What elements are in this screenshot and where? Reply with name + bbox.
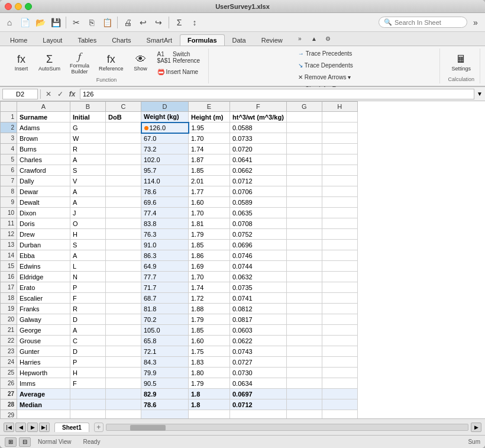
tab-home[interactable]: Home [2,34,35,46]
expand-icon[interactable]: ▼ [477,91,483,97]
open-btn[interactable]: 📂 [33,15,47,30]
sort-btn[interactable]: ↕ [187,15,202,30]
sheet-nav-prev[interactable]: ◀ [15,423,26,432]
col-header-a[interactable]: A [17,102,70,112]
cell-b1[interactable]: Initial [70,112,106,123]
empty-row-29: 29 [1,410,358,419]
horizontal-scrollbar[interactable] [106,424,468,431]
scroll-right-btn[interactable]: ▶ [471,423,481,432]
maximize-button[interactable] [25,3,32,10]
formula-bar-separator [40,89,41,99]
toolbar-more-btn[interactable]: » [468,15,483,30]
paste-btn[interactable]: 📋 [100,15,114,30]
table-row: 18EscalierF68.71.720.0741 [1,293,358,304]
redo-btn[interactable]: ↪ [151,15,166,30]
reference-btn[interactable]: fx Reference [95,51,128,74]
normal-view-btn[interactable]: ⊞ [5,437,17,447]
col-header-f[interactable]: F [230,102,287,112]
ribbon-settings-btn[interactable]: ⚙ [321,31,335,46]
insert-btn[interactable]: fx Insert [9,51,33,74]
trace-dependents-btn[interactable]: ↘ Trace Dependents [295,60,357,70]
sheet-nav-next[interactable]: ▶ [27,423,38,432]
print-btn[interactable]: 🖨 [121,15,135,30]
save-btn[interactable]: 💾 [48,15,63,30]
cell-reference-input[interactable] [2,89,38,99]
switch-reference-btn[interactable]: A1$A$1 SwitchReference [154,49,204,66]
minimize-button[interactable] [15,3,22,10]
table-row: 21GeorgeA105.01.850.0603 [1,325,358,336]
tab-data[interactable]: Data [225,34,254,46]
new-btn[interactable]: 📄 [18,15,32,30]
add-sheet-button[interactable]: + [94,423,104,432]
sheet-tab-sheet1[interactable]: Sheet1 [54,423,89,432]
insert-name-btn[interactable]: 📛 Insert Name [154,67,204,77]
ribbon-group-audit: → Trace Precedents ↘ Trace Dependents ✕ … [211,49,440,83]
autosum-btn[interactable]: Σ AutoSum [34,51,64,74]
col-header-c[interactable]: C [106,102,141,112]
cell-f1[interactable]: ht^3/wt (m^3/kg) [230,112,287,123]
cell-c2[interactable] [106,123,141,133]
cell-a2[interactable]: Adams [17,123,70,133]
confirm-icon[interactable]: ✓ [55,89,66,99]
cancel-icon[interactable]: ✕ [43,89,54,99]
fx-icon[interactable]: fx [67,89,77,99]
spreadsheet[interactable]: A B C D E F G H 1 Surname Ini [0,101,485,418]
table-row: 22GrouseC65.81.600.0622 [1,336,358,346]
cell-h2[interactable] [322,123,357,133]
settings-btn[interactable]: 🖩 Settings [447,51,475,74]
tab-tables[interactable]: Tables [70,34,104,46]
tab-smartart[interactable]: SmartArt [139,34,180,46]
cell-g1[interactable] [286,112,322,123]
show-btn[interactable]: 👁 Show [129,51,153,74]
cut-btn[interactable]: ✂ [69,15,83,30]
search-input[interactable] [395,19,460,26]
ribbon-expand-btn[interactable]: ▲ [307,31,321,46]
data-header-row: 1 Surname Initial DoB Weight (kg) Height… [1,112,358,123]
cell-d1[interactable]: Weight (kg) [141,112,189,123]
reference-name-group: A1$A$1 SwitchReference 📛 Insert Name [154,49,204,77]
cell-e1[interactable]: Height (m) [189,112,230,123]
cell-c1[interactable]: DoB [106,112,141,123]
scrollbar-thumb[interactable] [130,425,166,431]
formula-builder-btn[interactable]: 𝑓 FormulaBuilder [66,49,93,77]
undo-btn[interactable]: ↩ [136,15,150,30]
close-button[interactable] [5,3,12,10]
tab-layout[interactable]: Layout [35,34,70,46]
col-header-d[interactable]: D [141,102,189,112]
home-icon-btn[interactable]: ⌂ [2,15,17,30]
sheet-tabs: Sheet1 [54,423,89,432]
insert-icon: fx [17,54,25,65]
sep2 [117,17,118,28]
sheet-nav-first[interactable]: |◀ [4,423,14,432]
cell-b2[interactable]: G [70,123,106,133]
tab-review[interactable]: Review [254,34,290,46]
col-header-e[interactable]: E [189,102,230,112]
formula-builder-icon: 𝑓 [78,51,81,62]
cell-d2[interactable]: 126.0 [141,123,189,133]
sum-label: Sum [468,439,480,445]
formula-input[interactable] [80,89,474,99]
remove-arrows-btn[interactable]: ✕ Remove Arrows ▾ [295,72,354,82]
tab-formulas[interactable]: Formulas [180,34,225,46]
trace-precedents-btn[interactable]: → Trace Precedents [295,49,356,59]
tab-charts[interactable]: Charts [104,34,138,46]
ribbon-more-btn[interactable]: » [293,31,307,46]
col-header-b[interactable]: B [70,102,106,112]
table-row: 20GalwayD70.21.790.0817 [1,314,358,325]
col-header-h[interactable]: H [322,102,357,112]
sum-btn[interactable]: Σ [172,15,186,30]
col-header-g[interactable]: G [286,102,322,112]
copy-btn[interactable]: ⎘ [85,15,99,30]
cell-h1[interactable] [322,112,357,123]
cell-e2[interactable]: 1.95 [189,123,230,133]
search-box[interactable]: 🔍 [379,17,467,28]
cell-g2[interactable] [286,123,322,133]
toolbar-row: ⌂ 📄 📂 💾 ✂ ⎘ 📋 🖨 ↩ ↪ Σ ↕ 🔍 » [0,13,485,32]
sheet-nav-last[interactable]: ▶| [39,423,50,432]
trace-dep-icon: ↘ [298,62,303,69]
row-num-2: 2 [1,123,17,133]
page-view-btn[interactable]: ⊟ [19,437,31,447]
normal-view-label: Normal View [38,439,72,445]
cell-a1[interactable]: Surname [17,112,70,123]
cell-f2[interactable]: 0.0588 [230,123,287,133]
